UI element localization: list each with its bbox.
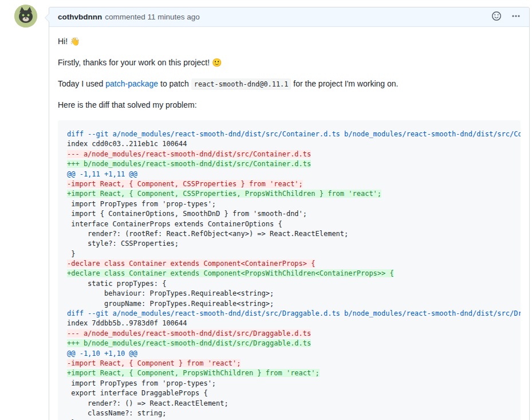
comment-timeline: cothvbdnnn commented 11 minutes ago <box>0 0 532 420</box>
diff-line: --- a/node_modules/react-smooth-dnd/dist… <box>67 150 511 159</box>
diff-line: groupName: PropTypes.Requireable<string>… <box>67 299 511 309</box>
diff-line: --- a/node_modules/react-smooth-dnd/dist… <box>67 329 511 339</box>
diff-line: behaviour: PropTypes.Requireable<string>… <box>67 289 511 299</box>
package-version-code: react-smooth-dnd@0.11.1 <box>191 78 291 90</box>
diff-code: diff --git a/node_modules/react-smooth-d… <box>67 129 511 420</box>
comment-header-actions <box>492 11 521 22</box>
diff-line: render?: (rootRef: React.RefObject<any>)… <box>67 229 511 239</box>
diff-line: +import React, { Component, CSSPropertie… <box>67 189 511 199</box>
diff-line: import { ContainerOptions, SmoothDnD } f… <box>67 209 511 219</box>
comment-author-link[interactable]: cothvbdnnn <box>58 13 102 21</box>
diff-line: import PropTypes from 'prop-types'; <box>67 379 511 388</box>
text-after: for the project I'm working on. <box>291 79 398 88</box>
comment-body: Hi! 👋 Firstly, thanks for your work on t… <box>49 27 529 420</box>
diff-line: static propTypes: { <box>67 279 511 289</box>
comment-paragraph-greeting: Hi! 👋 <box>58 36 521 48</box>
comment-timestamp-link[interactable]: 11 minutes ago <box>148 13 200 21</box>
diff-line: +++ b/node_modules/react-smooth-dnd/dist… <box>67 159 511 169</box>
diff-line: +declare class Container extends Compone… <box>67 269 511 278</box>
text-before-link: Today I used <box>58 79 105 88</box>
issue-comment: cothvbdnnn commented 11 minutes ago <box>49 7 530 420</box>
smiley-icon <box>492 11 501 22</box>
diff-line: style?: CSSProperties; <box>67 239 511 249</box>
avatar[interactable] <box>14 5 37 28</box>
diff-line: +import React, { Component, PropsWithChi… <box>67 368 511 378</box>
kebab-horizontal-icon <box>511 11 521 22</box>
diff-line: -import React, { Component } from 'react… <box>67 359 511 368</box>
diff-line: className?: string; <box>67 409 511 418</box>
comment-paragraph-patch: Today I used patch-package to patch reac… <box>58 78 521 90</box>
comment-header: cothvbdnnn commented 11 minutes ago <box>49 7 529 27</box>
diff-line: diff --git a/node_modules/react-smooth-d… <box>67 129 511 139</box>
diff-line: import PropTypes from 'prop-types'; <box>67 199 511 209</box>
patch-package-link[interactable]: patch-package <box>105 79 158 88</box>
comment-options-button[interactable] <box>511 11 521 22</box>
comment-paragraph-diff-intro: Here is the diff that solved my problem: <box>58 99 521 111</box>
diff-line: diff --git a/node_modules/react-smooth-d… <box>67 309 511 319</box>
comment-action-label: commented <box>105 13 145 21</box>
diff-line: @@ -1,11 +1,11 @@ <box>67 170 511 179</box>
diff-line: index cdd0c03..211eb1c 100644 <box>67 139 511 149</box>
diff-code-block[interactable]: diff --git a/node_modules/react-smooth-d… <box>58 120 521 420</box>
diff-line: -import React, { Component, CSSPropertie… <box>67 179 511 189</box>
diff-line: -declare class Container extends Compone… <box>67 259 511 269</box>
diff-line: interface ContainerProps extends Contain… <box>67 219 511 229</box>
cat-avatar-image <box>14 5 37 28</box>
diff-line: } <box>67 249 511 259</box>
comment-paragraph-thanks: Firstly, thanks for your work on this pr… <box>58 57 521 69</box>
diff-line: @@ -1,10 +1,10 @@ <box>67 349 511 359</box>
add-reaction-button[interactable] <box>492 11 501 22</box>
text-between: to patch <box>158 79 191 88</box>
diff-line: render?: () => React.ReactElement; <box>67 399 511 409</box>
diff-line: index 7ddbb5b..9783d0f 100644 <box>67 319 511 328</box>
diff-line: +++ b/node_modules/react-smooth-dnd/dist… <box>67 339 511 348</box>
diff-line: export interface DraggableProps { <box>67 388 511 398</box>
